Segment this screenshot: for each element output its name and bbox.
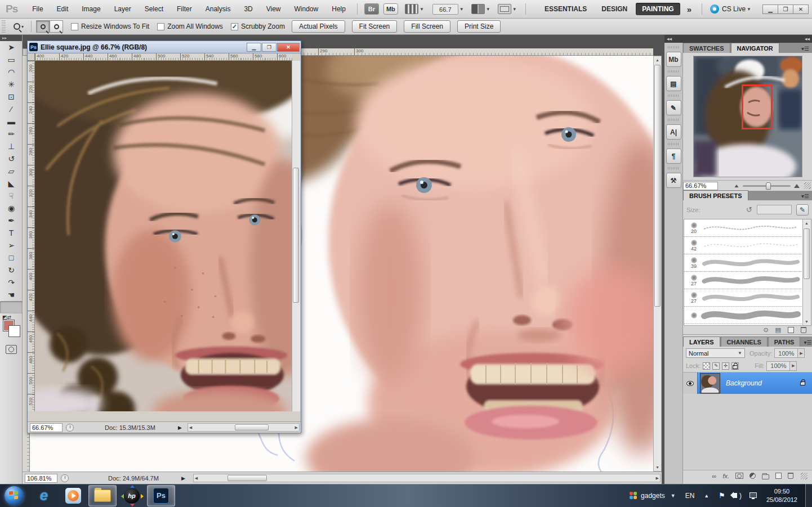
zoom-out-toggle[interactable] bbox=[50, 20, 63, 33]
workspace-overflow-chevron[interactable]: » bbox=[681, 5, 697, 14]
document-horizontal-scrollbar[interactable]: ◀ ▶ bbox=[188, 423, 300, 432]
panel-tab[interactable]: PATHS bbox=[768, 336, 801, 347]
show-desktop-button[interactable] bbox=[805, 484, 812, 507]
gadgets-tray-item[interactable]: gadgets bbox=[630, 492, 665, 500]
quick-selection-tool[interactable]: ✳ bbox=[0, 78, 23, 91]
hand-tool[interactable]: ☚ bbox=[0, 289, 23, 301]
menu-item[interactable]: Analysis bbox=[199, 0, 238, 19]
eyedropper-tool[interactable]: ∕ bbox=[0, 103, 23, 115]
close-button[interactable]: ✕ bbox=[277, 43, 300, 52]
paint-bucket-tool[interactable]: ◣ bbox=[0, 177, 23, 190]
document-zoom-field[interactable]: 66.67% bbox=[30, 423, 63, 432]
opacity-value[interactable]: 100% bbox=[774, 348, 798, 358]
3d-orbit-tool[interactable]: ↷ bbox=[0, 276, 23, 289]
paragraph-panel-icon[interactable]: ¶ bbox=[666, 149, 681, 164]
new-layer-icon[interactable] bbox=[775, 473, 782, 479]
collapse-panels-icon[interactable]: ◂◂ bbox=[805, 36, 810, 42]
layer-name[interactable]: Background bbox=[726, 379, 800, 387]
scrollbar-thumb[interactable] bbox=[293, 168, 299, 303]
action-center-flag-icon[interactable]: ⚑ bbox=[719, 491, 725, 500]
tools-panel-collapse-arrows[interactable]: ▸▸ bbox=[0, 35, 22, 41]
menu-item[interactable]: View bbox=[260, 0, 288, 19]
panel-menu-icon[interactable]: ▾☰ bbox=[798, 193, 812, 200]
add-layer-mask-icon[interactable] bbox=[735, 473, 743, 479]
panel-drag-handle[interactable] bbox=[668, 95, 679, 97]
texture-icon[interactable]: ▤ bbox=[775, 326, 781, 334]
workspace-button[interactable]: DESIGN bbox=[595, 3, 633, 15]
minimize-button[interactable]: ▁ bbox=[247, 43, 261, 52]
brush-preset-row[interactable]: 42 bbox=[684, 237, 811, 254]
checkbox[interactable] bbox=[71, 23, 78, 30]
menu-item[interactable]: 3D bbox=[237, 0, 259, 19]
layer-thumbnail[interactable] bbox=[700, 373, 720, 393]
panel-resize-grip[interactable] bbox=[804, 182, 811, 189]
eye-icon[interactable] bbox=[686, 381, 694, 386]
maximize-button[interactable]: ❐ bbox=[262, 43, 276, 52]
opacity-spinner-icon[interactable]: ▶ bbox=[798, 348, 805, 358]
tool-presets-panel-icon[interactable]: ✎ bbox=[666, 100, 681, 115]
launch-bridge-button[interactable]: Br bbox=[364, 3, 379, 15]
scroll-left-arrow[interactable]: ◀ bbox=[195, 474, 198, 482]
scrollbar-thumb[interactable] bbox=[235, 424, 269, 430]
panel-tab[interactable]: NAVIGATOR bbox=[731, 43, 779, 53]
menu-item[interactable]: Edit bbox=[50, 0, 75, 19]
slider-thumb[interactable] bbox=[766, 182, 771, 190]
brush-presets-tab[interactable]: BRUSH PRESETS bbox=[683, 190, 748, 200]
start-button[interactable] bbox=[5, 486, 24, 505]
spot-healing-brush-tool[interactable]: ▬ bbox=[0, 115, 23, 128]
clone-stamp-tool[interactable]: ⊥ bbox=[0, 140, 23, 152]
brush-preset-row[interactable]: 39 bbox=[684, 254, 811, 272]
zoom-tool[interactable] bbox=[0, 301, 23, 313]
navigator-zoom-field[interactable]: 66.67% bbox=[683, 182, 718, 190]
brush-preset-row[interactable]: 20 bbox=[684, 219, 811, 237]
navigator-proxy-view-box[interactable] bbox=[742, 84, 773, 129]
blend-mode-select[interactable]: Normal ▼ bbox=[686, 348, 745, 358]
minimize-button[interactable]: ▁ bbox=[762, 5, 778, 14]
document-title-bar[interactable]: Ps Ellie square.jpg @ 66.7% (RGB/8) ▁ ❐ … bbox=[28, 41, 301, 53]
tool-preset-arrow-icon[interactable]: ▾ bbox=[21, 24, 24, 29]
collapse-panels-icon[interactable]: ◂◂ bbox=[667, 36, 672, 42]
workspace-button[interactable]: ESSENTIALS bbox=[538, 3, 593, 15]
zoom-level-field[interactable]: 66.7 bbox=[432, 4, 458, 15]
dropdown-arrow-icon[interactable]: ▼ bbox=[459, 7, 464, 12]
new-group-icon[interactable] bbox=[762, 474, 769, 479]
sponge-tool[interactable]: ◉ bbox=[0, 202, 23, 214]
panel-tab[interactable]: CHANNELS bbox=[721, 336, 768, 347]
rectangular-marquee-tool[interactable]: ▭ bbox=[0, 53, 23, 66]
brush-preset-row[interactable]: 27 bbox=[684, 272, 811, 289]
brush-panel-toggle-icon[interactable]: ✎ bbox=[796, 204, 809, 216]
taskbar-item-hp[interactable]: hp bbox=[118, 485, 146, 506]
brush-preset-row[interactable]: 27 bbox=[684, 289, 811, 307]
view-extras-icon[interactable] bbox=[405, 4, 418, 14]
background-color-swatch[interactable] bbox=[9, 326, 20, 336]
taskbar-item-media-player[interactable] bbox=[59, 485, 87, 506]
scroll-down-arrow[interactable]: ▼ bbox=[654, 464, 661, 471]
pen-tool[interactable]: ✒ bbox=[0, 214, 23, 227]
fill-value[interactable]: 100% bbox=[766, 361, 790, 371]
panel-drag-handle[interactable] bbox=[668, 143, 679, 145]
brush-preset-row[interactable] bbox=[684, 307, 811, 324]
taskbar-item-explorer[interactable] bbox=[88, 485, 117, 506]
status-options-arrow[interactable]: ▶ bbox=[181, 475, 185, 481]
dropdown-arrow-icon[interactable]: ▼ bbox=[420, 7, 424, 12]
lock-all-icon[interactable] bbox=[731, 362, 739, 370]
menu-item[interactable]: Help bbox=[325, 0, 353, 19]
panel-drag-handle[interactable] bbox=[668, 167, 679, 169]
panel-resize-grip[interactable] bbox=[801, 473, 807, 479]
lock-transparency-icon[interactable] bbox=[703, 362, 710, 370]
delete-brush-icon[interactable] bbox=[801, 327, 806, 333]
adjustment-layer-icon[interactable] bbox=[749, 473, 756, 479]
restore-button[interactable]: ❐ bbox=[778, 5, 793, 14]
chevron-down-icon[interactable]: ▼ bbox=[671, 493, 676, 499]
canvas-horizontal-scrollbar[interactable]: ◀ ▶ bbox=[193, 474, 661, 482]
type-tool[interactable]: T bbox=[0, 227, 23, 239]
zoom-out-mountain-icon[interactable] bbox=[735, 185, 739, 187]
3d-rotate-tool[interactable]: ↻ bbox=[0, 264, 23, 276]
brush-size-field[interactable] bbox=[757, 205, 792, 214]
canvas-vertical-scrollbar[interactable]: ▲ ▼ bbox=[653, 56, 662, 472]
scrollbar-thumb[interactable] bbox=[227, 475, 267, 481]
lock-position-icon[interactable]: ✛ bbox=[722, 362, 729, 370]
options-bar-grip[interactable] bbox=[2, 20, 6, 33]
options-button[interactable]: Actual Pixels bbox=[292, 20, 345, 33]
navigator-thumbnail[interactable] bbox=[694, 56, 802, 177]
